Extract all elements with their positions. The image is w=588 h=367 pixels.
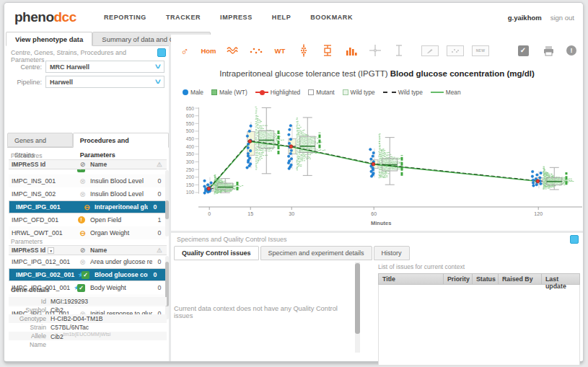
tab-procedures-parameters[interactable]: Procedures and Parameters xyxy=(73,133,169,148)
centre-label: Centre: xyxy=(11,63,45,71)
sort-caret-icon[interactable]: ▼ xyxy=(48,247,54,254)
svg-text:Minutes: Minutes xyxy=(371,220,391,226)
tab-specimen-details[interactable]: Specimen and experiment details xyxy=(260,246,372,260)
gene-details-title: Gene details xyxy=(11,286,50,293)
chart-toolbar: ♂ Hom WT xyxy=(177,40,580,61)
chart-title: Intraperitoneal glucose tolerance test (… xyxy=(171,69,583,78)
table-row[interactable]: IMPC_OFD_001 Open Field 1 xyxy=(9,213,167,226)
boxplot-icon[interactable] xyxy=(320,42,335,59)
svg-text:500: 500 xyxy=(186,128,195,133)
print-icon[interactable] xyxy=(540,42,556,59)
app-header: phenodcc REPORTING TRACKER IMPRESS HELP … xyxy=(4,3,583,32)
qc-scrollbar[interactable] xyxy=(355,262,360,353)
errorbar-icon[interactable] xyxy=(391,42,407,59)
centre-select[interactable]: MRC Harwell˅ xyxy=(45,61,164,73)
svg-text:60: 60 xyxy=(371,211,377,216)
circle-x-icon xyxy=(79,178,85,185)
maximize-filter-panel-icon[interactable] xyxy=(157,48,166,57)
male-points-t120 xyxy=(531,170,542,187)
gene-strain-value: C57BL/6NTac xyxy=(51,324,89,331)
table-row[interactable]: IMPC_IPG_012_001 Area under glucose resp… xyxy=(9,255,167,268)
qc-tab-bar: Quality Control issues Specimen and expe… xyxy=(174,246,411,260)
svg-text:550: 550 xyxy=(186,121,195,126)
tab-view-phenotype-data[interactable]: View phenotype data xyxy=(6,32,92,46)
svg-text:600: 600 xyxy=(186,113,195,118)
sign-out-link[interactable]: sign out xyxy=(550,14,574,22)
legend-mutant-swatch xyxy=(308,89,314,95)
parameters-table-header[interactable]: IMPReSS Id▼ ⊘ Name ⚠ xyxy=(9,245,167,255)
legend-male-swatch xyxy=(183,89,188,95)
pipeline-label: Pipeline: xyxy=(11,79,45,86)
chart-group-t15 xyxy=(247,107,284,173)
crosshair-icon[interactable] xyxy=(367,42,383,59)
table-row[interactable]: IMPC_INS_002 Insulin Blood Level 0 xyxy=(9,187,167,200)
check-icon xyxy=(76,284,86,292)
scatter-box-icon[interactable] xyxy=(447,45,464,56)
highlighted-point xyxy=(248,140,252,143)
scatter-points-icon[interactable] xyxy=(248,42,264,59)
highlighted-point xyxy=(372,162,375,166)
app-window: phenodcc REPORTING TRACKER IMPRESS HELP … xyxy=(4,2,584,363)
svg-text:300: 300 xyxy=(186,159,195,164)
new-box-icon[interactable]: NEW xyxy=(472,45,489,56)
legend-mean-swatch xyxy=(431,92,444,93)
wt-filter-icon[interactable]: WT xyxy=(272,42,288,59)
nav-help[interactable]: HELP xyxy=(272,14,291,21)
parameters-section-label: Parameters xyxy=(11,238,43,245)
issues-list: List of issues for current context Title… xyxy=(378,263,580,358)
tab-quality-control-issues[interactable]: Quality Control issues xyxy=(174,246,259,260)
procedures-table-header[interactable]: IMPReSS Id ⊘ Name ⚠ xyxy=(9,159,167,169)
circle-minus-icon xyxy=(79,230,85,237)
issue-warning-column-icon: ⚠ xyxy=(152,247,167,254)
table-row-selected[interactable]: IMPC_IPG_001 Intraperitoneal glucose tol… xyxy=(9,200,167,213)
tab-history[interactable]: History xyxy=(374,246,410,260)
male-filter-icon[interactable]: ♂ xyxy=(177,42,193,59)
annotate-box-icon[interactable] xyxy=(421,45,439,56)
chevron-down-icon: ˅ xyxy=(155,78,161,86)
qc-panel-title: Specimens and Quality Control Issues xyxy=(177,236,287,243)
glucose-tolerance-chart[interactable]: 1001502002503003504004505005506006500153… xyxy=(172,101,584,231)
circle-x-icon xyxy=(79,259,85,266)
table-row[interactable]: IMPC_INS_001 Insulin Blood Level 0 xyxy=(9,174,167,187)
svg-text:100: 100 xyxy=(186,190,195,195)
qc-empty-message: Current data context does not have any Q… xyxy=(174,262,353,355)
annotation-status-column-icon: ⊘ xyxy=(76,161,89,168)
annotation-status-column-icon: ⊘ xyxy=(76,247,89,254)
highlighted-point xyxy=(536,180,540,183)
nav-impress[interactable]: IMPRESS xyxy=(220,14,253,21)
nav-bookmark[interactable]: BOOKMARK xyxy=(310,14,353,21)
phenodcc-logo: phenodcc xyxy=(14,9,76,25)
visualisation-panel: ♂ Hom WT xyxy=(171,35,583,231)
qc-alert-icon[interactable]: ! xyxy=(563,42,579,59)
pipeline-select[interactable]: Harwell˅ xyxy=(45,76,164,88)
legend-highlighted-swatch xyxy=(255,92,268,93)
nav-tracker[interactable]: TRACKER xyxy=(166,14,201,21)
male-points-t60 xyxy=(369,148,375,177)
issues-table-body xyxy=(378,285,580,366)
table-row-partial[interactable] xyxy=(9,169,167,174)
chart-group-t60 xyxy=(371,134,403,185)
chart-legend: Male Male (WT) Highlighted Mutant Wild t… xyxy=(183,89,461,96)
barchart-icon[interactable] xyxy=(343,42,359,59)
svg-text:30: 30 xyxy=(289,211,294,216)
homozygous-filter-icon[interactable]: Hom xyxy=(201,42,216,59)
gene-symbol-value: Cib2 xyxy=(51,306,63,314)
circle-alert-icon xyxy=(76,216,86,224)
issues-list-title: List of issues for current context xyxy=(378,263,580,270)
check-icon xyxy=(81,271,90,279)
wildtype-wave-icon[interactable] xyxy=(224,42,240,59)
tab-genes-strains[interactable]: Genes and Strains xyxy=(7,133,73,147)
username: g.yaikhom xyxy=(508,14,542,22)
check-icon xyxy=(76,169,86,172)
legend-male-wt-swatch xyxy=(211,89,217,95)
beeswarm-icon[interactable] xyxy=(296,42,312,59)
issues-table-header[interactable]: Title Priority Status Raised By Last upd… xyxy=(378,273,580,285)
sidebar: Centre, Genes, Strains, Procedures and P… xyxy=(6,46,169,360)
select-check-icon[interactable]: ✓ xyxy=(515,42,531,59)
maximize-qc-icon[interactable] xyxy=(570,235,579,244)
svg-text:400: 400 xyxy=(186,144,195,149)
nav-reporting[interactable]: REPORTING xyxy=(104,14,146,21)
table-row-selected[interactable]: IMPC_IPG_002_001★ Blood glucose concentr… xyxy=(9,268,167,281)
highlighted-point xyxy=(207,187,211,190)
gene-allele-value: Cib2tm1b(EUCOMM)Wtsi xyxy=(51,332,110,340)
